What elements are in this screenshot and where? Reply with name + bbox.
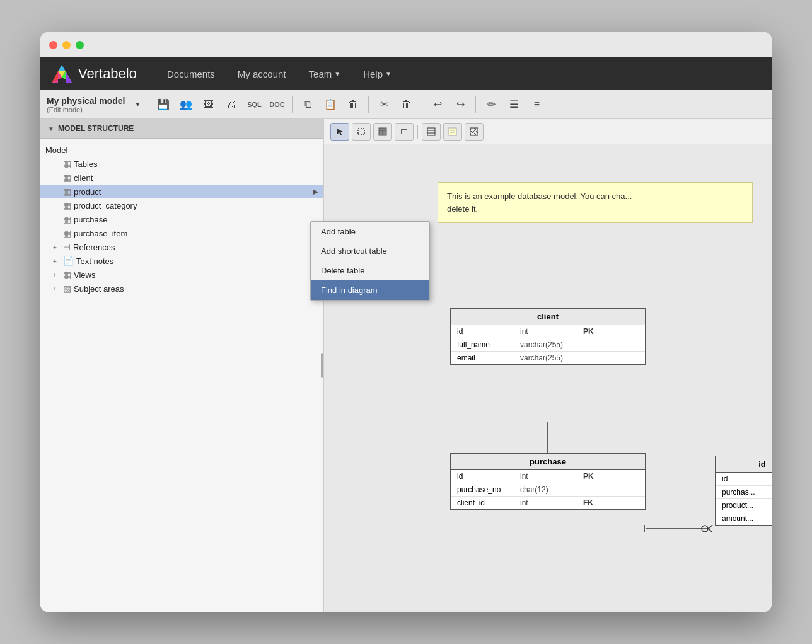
trash-button[interactable]: 🗑 [397, 95, 417, 115]
navbar: Vertabelo Documents My account Team ▼ He… [40, 57, 772, 90]
image-button[interactable]: 🖼 [199, 95, 219, 115]
purchase-row-no: purchase_no char(12) [451, 483, 645, 497]
redo-button[interactable]: ↪ [450, 95, 470, 115]
save-button[interactable]: 💾 [153, 95, 173, 115]
svg-marker-6 [66, 71, 72, 83]
model-mode: (Edit mode) [47, 106, 125, 113]
main-window: Vertabelo Documents My account Team ▼ He… [40, 32, 772, 612]
note-text: This is an example database model. You c… [447, 192, 632, 214]
tree-references-group[interactable]: + ⊣ References [40, 240, 323, 254]
tree-views-group[interactable]: + ▦ Views [40, 268, 323, 282]
nav-my-account[interactable]: My account [226, 65, 298, 83]
selection-tool[interactable] [352, 123, 371, 141]
note-icon [448, 127, 457, 136]
sidebar-collapse-icon[interactable]: ▼ [48, 125, 54, 132]
nav-items: Documents My account Team ▼ Help ▼ [156, 65, 403, 83]
close-button[interactable] [49, 41, 57, 49]
purchase-table[interactable]: purchase id int PK purchase_no char(12) … [450, 453, 646, 510]
svg-rect-12 [427, 128, 435, 135]
client-table-header: client [451, 309, 645, 325]
edit-button[interactable]: ✏ [481, 95, 501, 115]
nav-documents[interactable]: Documents [156, 65, 226, 83]
tree-item-purchase-item[interactable]: ▦ purchase_item [40, 226, 323, 240]
context-menu: Add table Add shortcut table Delete tabl… [310, 221, 430, 301]
svg-rect-8 [358, 129, 364, 135]
toolbar-separator-3 [368, 96, 369, 113]
model-dropdown[interactable]: ▼ [132, 95, 142, 115]
context-find-in-diagram[interactable]: Find in diagram [311, 280, 429, 300]
product-context-arrow: ▶ [313, 187, 318, 196]
undo-button[interactable]: ↩ [427, 95, 448, 115]
list2-button[interactable]: ≡ [526, 95, 547, 115]
views-label: Views [74, 270, 95, 280]
logo-icon [50, 62, 73, 85]
references-label: References [73, 243, 115, 252]
purchase-table-icon: ▦ [63, 214, 71, 224]
purchase-table-header: purchase [451, 454, 645, 470]
tree-subject-areas-group[interactable]: + ▧ Subject areas [40, 282, 323, 296]
svg-rect-15 [449, 128, 456, 135]
nav-team[interactable]: Team ▼ [298, 65, 352, 83]
client-row-id: id int PK [451, 325, 645, 338]
toolbar-separator-4 [422, 96, 422, 113]
corner-tool[interactable] [395, 123, 414, 141]
client-row-email: email varchar(255) [451, 352, 645, 364]
model-title: My physical model (Edit mode) [47, 96, 125, 113]
references-icon: ⊣ [63, 242, 71, 252]
svg-marker-7 [337, 129, 343, 135]
share-button[interactable]: 👥 [176, 95, 196, 115]
tree-item-product-category[interactable]: ▦ product_category [40, 198, 323, 212]
resize-handle-bar [321, 353, 323, 378]
maximize-button[interactable] [76, 41, 84, 49]
team-caret-icon: ▼ [334, 71, 340, 78]
note-tool[interactable] [443, 123, 462, 141]
paste-button[interactable]: 📋 [320, 95, 340, 115]
print-button[interactable]: 🖨 [221, 95, 241, 115]
help-caret-icon: ▼ [385, 71, 392, 78]
client-table[interactable]: client id int PK full_name varchar(255) … [450, 308, 646, 365]
toolbar-separator-5 [475, 96, 476, 113]
pi-row-amount: amount... [716, 512, 772, 525]
logo[interactable]: Vertabelo [50, 62, 137, 85]
diagram-toolbar-sep-1 [417, 125, 418, 139]
client-row-fullname: full_name varchar(255) [451, 338, 645, 352]
textnotes-label: Text notes [76, 256, 113, 266]
nav-help[interactable]: Help ▼ [352, 65, 403, 83]
textnotes-icon: 📄 [63, 256, 74, 266]
sql-button[interactable]: SQL [244, 95, 264, 115]
context-add-table[interactable]: Add table [311, 222, 429, 241]
cut-button[interactable]: ✂ [374, 95, 394, 115]
hatch-tool[interactable] [465, 123, 484, 141]
corner-icon [400, 127, 409, 136]
svg-line-20 [470, 128, 475, 132]
tree-item-client[interactable]: ▦ client [40, 171, 323, 185]
canvas[interactable]: This is an example database model. You c… [324, 144, 772, 612]
copy-button[interactable]: ⧉ [298, 95, 318, 115]
tree-item-product[interactable]: ▦ product ▶ [40, 185, 323, 198]
tree-container: Model − ▦ Tables ▦ client ▦ product ▶ [40, 139, 323, 612]
tree-item-purchase[interactable]: ▦ purchase [40, 212, 323, 226]
tree-tables-group[interactable]: − ▦ Tables [40, 157, 323, 171]
model-name: My physical model [47, 96, 125, 106]
diagram-toolbar [324, 119, 772, 144]
tree-model-root[interactable]: Model [40, 144, 323, 157]
context-add-shortcut-table[interactable]: Add shortcut table [311, 241, 429, 261]
main-toolbar: My physical model (Edit mode) ▼ 💾 👥 🖼 🖨 … [40, 90, 772, 119]
delete-button[interactable]: 🗑 [343, 95, 363, 115]
columns-tool[interactable] [422, 123, 441, 141]
list-button[interactable]: ☰ [504, 95, 524, 115]
context-delete-table[interactable]: Delete table [311, 261, 429, 280]
traffic-lights [49, 41, 84, 49]
sidebar-resize-handle[interactable] [320, 119, 323, 612]
svg-rect-18 [470, 128, 478, 135]
tables-label: Tables [74, 159, 98, 169]
doc-button[interactable]: DOC [267, 95, 287, 115]
table-tool[interactable] [373, 123, 392, 141]
sidebar-header: ▼ MODEL STRUCTURE [40, 119, 323, 139]
product-table-icon: ▦ [63, 187, 71, 197]
title-bar [40, 32, 772, 57]
minimize-button[interactable] [62, 41, 71, 49]
tree-textnotes-group[interactable]: + 📄 Text notes [40, 254, 323, 268]
purchase-item-table[interactable]: id id purchas... product... amount... [715, 456, 772, 526]
cursor-tool[interactable] [330, 123, 349, 141]
